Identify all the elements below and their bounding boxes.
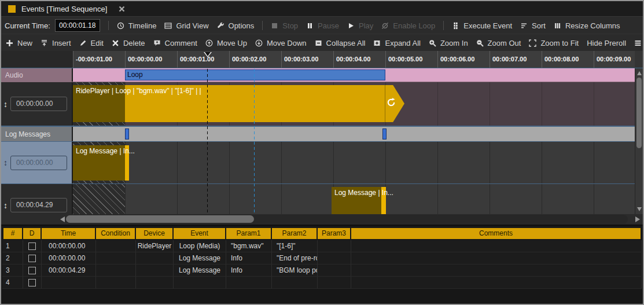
comments-cell[interactable] <box>351 264 642 277</box>
row-num-cell[interactable]: 1 <box>2 240 23 252</box>
row-num-cell[interactable]: 2 <box>2 252 23 264</box>
scroll-down-arrow-icon[interactable] <box>637 207 642 211</box>
pause-button[interactable]: Pause <box>306 21 339 30</box>
time-cell[interactable] <box>42 277 96 289</box>
log-row2-time-field[interactable]: 00:00:04.29 <box>10 198 67 212</box>
log-message-event-bar[interactable]: Log Message | In... <box>73 145 129 181</box>
event-cell[interactable]: Loop (Media) <box>174 240 226 252</box>
stop-button[interactable]: Stop <box>271 21 298 30</box>
enable-loop-button[interactable]: Enable Loop <box>381 21 435 30</box>
insert-button[interactable]: Insert <box>41 39 71 47</box>
col-header-event[interactable]: Event <box>174 227 226 240</box>
scroll-up-arrow-icon[interactable] <box>637 71 642 75</box>
expand-all-button[interactable]: Expand All <box>373 39 420 47</box>
param2-cell[interactable]: "BGM loop point" <box>272 264 318 277</box>
rideplayer-loop-event-bar[interactable]: RidePlayer | Loop | "bgm.wav" | "[1-6]" … <box>73 85 404 122</box>
param2-cell[interactable] <box>272 277 318 289</box>
horizontal-scrollbar[interactable] <box>1 214 643 225</box>
vertical-scrollbar[interactable] <box>635 68 643 214</box>
move-up-button[interactable]: Move Up <box>205 39 247 47</box>
device-cell[interactable] <box>136 264 174 277</box>
current-time-input[interactable] <box>55 19 100 32</box>
col-header-param3[interactable]: Param3 <box>318 227 351 240</box>
timeline-button[interactable]: Timeline <box>117 21 157 30</box>
condition-cell[interactable] <box>96 240 136 252</box>
device-cell[interactable] <box>136 277 174 289</box>
log-row1-time-field[interactable]: 00:00:00.00 <box>10 156 67 170</box>
log-event-marker[interactable] <box>382 128 387 139</box>
time-spinner-icon[interactable]: ↕ <box>3 158 8 167</box>
disable-checkbox[interactable] <box>28 279 36 286</box>
grid-view-button[interactable]: Grid View <box>164 21 208 30</box>
move-down-button[interactable]: Move Down <box>255 39 307 47</box>
delete-button[interactable]: Delete <box>112 39 145 47</box>
condition-cell[interactable] <box>96 277 136 289</box>
col-header-comments[interactable]: Comments <box>351 227 642 240</box>
time-cell[interactable]: 00:00:00.00 <box>42 240 96 252</box>
col-header-disabled[interactable]: D <box>23 227 42 240</box>
event-cell[interactable]: Log Message <box>174 264 226 277</box>
close-tab-icon[interactable] <box>119 6 125 12</box>
scroll-left-arrow-icon[interactable] <box>60 216 65 222</box>
param1-cell[interactable]: "bgm.wav" <box>226 240 272 252</box>
resize-columns-button[interactable]: Resize Columns <box>554 21 620 30</box>
param3-cell[interactable] <box>318 240 351 252</box>
new-button[interactable]: New <box>6 39 32 47</box>
groups-button[interactable]: Groups <box>634 39 644 47</box>
param1-cell[interactable] <box>226 277 272 289</box>
horizontal-scroll-thumb[interactable] <box>66 215 254 223</box>
time-spinner-icon[interactable]: ↕ <box>3 201 8 210</box>
time-cell[interactable]: 00:00:00.00 <box>42 252 96 264</box>
execute-event-button[interactable]: Execute Event <box>452 21 512 30</box>
audio-group-label[interactable]: Audio <box>1 68 73 82</box>
time-cell[interactable]: 00:00:04.29 <box>42 264 96 277</box>
device-cell[interactable] <box>136 252 174 264</box>
rideplayer-time-field[interactable]: 00:00:00.00 <box>10 97 67 111</box>
log-event-marker[interactable] <box>125 128 129 139</box>
options-button[interactable]: Options <box>217 21 255 30</box>
condition-cell[interactable] <box>96 252 136 264</box>
disable-checkbox[interactable] <box>28 255 36 262</box>
log-messages-group-label[interactable]: Log Messages <box>1 127 73 141</box>
time-spinner-icon[interactable]: ↕ <box>3 100 8 109</box>
zoom-to-fit-button[interactable]: Zoom to Fit <box>529 39 579 47</box>
param2-cell[interactable]: "[1-6]" <box>272 240 318 252</box>
playhead-marker[interactable] <box>204 52 212 57</box>
log-message-event-bar[interactable]: Log Message | In... <box>332 187 386 214</box>
vertical-scroll-thumb[interactable] <box>636 78 642 148</box>
param1-cell[interactable]: Info <box>226 264 272 277</box>
play-button[interactable]: Play <box>347 21 373 30</box>
audio-loop-bar[interactable]: Loop <box>125 69 385 80</box>
row-num-cell[interactable]: 3 <box>2 264 23 277</box>
scroll-right-arrow-icon[interactable] <box>635 216 640 222</box>
param3-cell[interactable] <box>318 264 351 277</box>
condition-cell[interactable] <box>96 264 136 277</box>
param2-cell[interactable]: "End of pre-roll" <box>272 252 318 264</box>
zoom-in-button[interactable]: Zoom In <box>429 39 468 47</box>
param1-cell[interactable]: Info <box>226 252 272 264</box>
sort-button[interactable]: Sort <box>520 21 546 30</box>
comments-cell[interactable] <box>351 240 642 252</box>
col-header-time[interactable]: Time <box>42 227 96 240</box>
edit-button[interactable]: Edit <box>79 39 104 47</box>
zoom-out-button[interactable]: Zoom Out <box>476 39 521 47</box>
comments-cell[interactable] <box>351 277 642 289</box>
tab-events-timed-sequence[interactable]: Events [Timed Sequence] <box>1 1 132 16</box>
collapse-all-button[interactable]: Collapse All <box>315 39 366 47</box>
col-header-device[interactable]: Device <box>136 227 174 240</box>
time-ruler[interactable]: -00:00:01.00 00:00:00.00 00:00:01.00 00:… <box>73 51 635 68</box>
disable-checkbox[interactable] <box>28 267 36 274</box>
device-cell[interactable]: RidePlayer <box>136 240 174 252</box>
hide-preroll-button[interactable]: Hide Preroll <box>587 39 626 47</box>
disable-checkbox[interactable] <box>28 242 36 250</box>
comment-button[interactable]: Comment <box>153 39 197 47</box>
col-header-param1[interactable]: Param1 <box>226 227 272 240</box>
param3-cell[interactable] <box>318 252 351 264</box>
event-cell[interactable]: Log Message <box>174 252 226 264</box>
param3-cell[interactable] <box>318 277 351 289</box>
col-header-param2[interactable]: Param2 <box>272 227 318 240</box>
col-header-num[interactable]: # <box>2 227 23 240</box>
event-cell[interactable] <box>174 277 226 289</box>
col-header-condition[interactable]: Condition <box>96 227 136 240</box>
row-num-cell[interactable]: 4 <box>2 277 23 289</box>
